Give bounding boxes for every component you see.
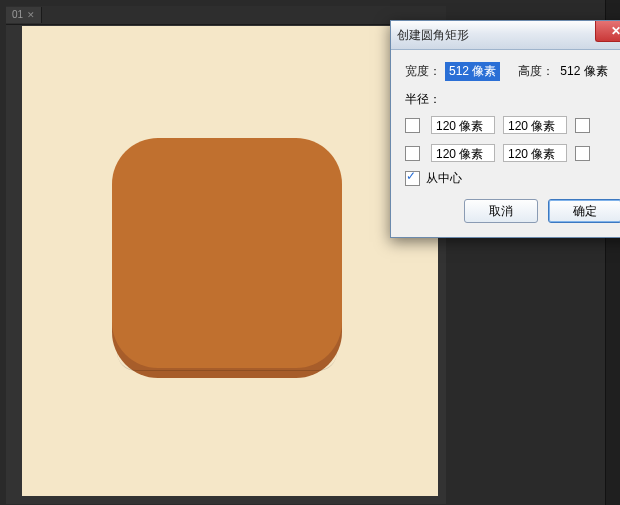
width-input[interactable]: 512 像素 — [445, 62, 500, 81]
from-center-checkbox[interactable] — [405, 171, 420, 186]
from-center-label: 从中心 — [426, 170, 462, 187]
shape-fill — [112, 138, 342, 368]
ok-button[interactable]: 确定 — [548, 199, 620, 223]
dialog-buttons: 取消 确定 — [405, 199, 620, 227]
radius-top-left-input[interactable]: 120 像素 — [431, 116, 495, 134]
close-icon[interactable]: ✕ — [27, 7, 35, 23]
editor-stage: 01 ✕ — [6, 6, 446, 504]
dialog-body: 宽度： 512 像素 高度： 512 像素 半径： 120 像素 120 像素 … — [391, 50, 620, 237]
radius-bottom-right-input[interactable]: 120 像素 — [503, 144, 567, 162]
link-bottom-left-checkbox[interactable] — [405, 146, 420, 161]
canvas[interactable] — [22, 26, 438, 496]
height-label: 高度： — [518, 63, 554, 80]
document-tabbar: 01 ✕ — [6, 6, 446, 25]
shape-seam — [117, 352, 337, 371]
rounded-rect-shape[interactable] — [112, 138, 342, 378]
dialog-titlebar[interactable]: 创建圆角矩形 ✕ — [391, 21, 620, 50]
close-button[interactable]: ✕ — [595, 21, 620, 42]
radius-bottom-left-input[interactable]: 120 像素 — [431, 144, 495, 162]
dialog-title: 创建圆角矩形 — [397, 27, 469, 44]
width-label: 宽度： — [405, 63, 441, 80]
close-icon: ✕ — [611, 24, 620, 38]
create-rounded-rect-dialog: 创建圆角矩形 ✕ 宽度： 512 像素 高度： 512 像素 半径： 120 像… — [390, 20, 620, 238]
link-top-right-checkbox[interactable] — [575, 118, 590, 133]
size-row: 宽度： 512 像素 高度： 512 像素 — [405, 62, 620, 81]
link-top-left-checkbox[interactable] — [405, 118, 420, 133]
document-tab[interactable]: 01 ✕ — [6, 7, 42, 23]
from-center-row: 从中心 — [405, 170, 620, 187]
cancel-button[interactable]: 取消 — [464, 199, 538, 223]
radius-top-right-input[interactable]: 120 像素 — [503, 116, 567, 134]
radius-label: 半径： — [405, 91, 620, 108]
link-bottom-right-checkbox[interactable] — [575, 146, 590, 161]
document-tab-label: 01 — [12, 7, 23, 23]
radius-grid: 120 像素 120 像素 120 像素 120 像素 — [405, 116, 620, 162]
cancel-button-label: 取消 — [489, 203, 513, 220]
ok-button-label: 确定 — [573, 203, 597, 220]
height-input[interactable]: 512 像素 — [558, 62, 609, 81]
